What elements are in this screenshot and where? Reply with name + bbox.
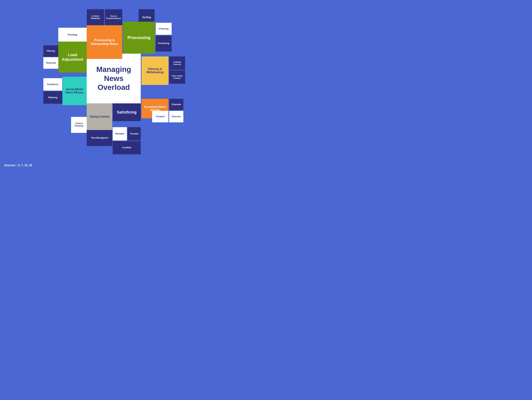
sources-bottom-tile: Sources (169, 111, 183, 122)
load-adjustment-tile: Load Adjustment (58, 42, 87, 73)
time-management-tile: Time Managment (87, 130, 112, 146)
social-media-efficacy-tile: Social Media News Eficacy (63, 77, 87, 105)
processing-tile: Processing (123, 22, 155, 54)
processing-interpreting-tile: Processing & Interpreting News (87, 25, 122, 59)
credible-tile: Credible (113, 141, 141, 154)
avoidance-tile: Avoidance (43, 78, 62, 91)
source-trustworthiness-tile: Source Trustworthiness (105, 9, 122, 25)
prioritising-tile: Prioritising (156, 36, 172, 51)
sources-note: Sources : 4, 7, 14, 15 (4, 164, 32, 167)
pruning-tile: Pruning (58, 28, 87, 42)
filtering-left-tile: Filtering (43, 45, 58, 57)
central-tile: ManagingNewsOverload (87, 54, 141, 103)
trusted-tile: Trusted (127, 127, 141, 140)
filtering-withdrawing-tile: Filtering & Withdrawing (141, 56, 168, 85)
channels-tile: Channels (169, 99, 183, 110)
only-useful-content-tile: Only Useful Content (169, 70, 185, 84)
content-bottom-tile: Content (152, 111, 168, 122)
filtering-bottom-tile: Filtering (43, 91, 62, 104)
taking-control-tile: Taking Control (87, 103, 112, 130)
satisficing-tile: Satisficing (113, 103, 141, 121)
reducing-tile: Reducing (43, 57, 58, 69)
limiting-sources-tile: Limiting Sources (169, 56, 185, 70)
content-reliability-tile: Content Reliability (87, 9, 104, 25)
ordering-tile: Ordering (156, 23, 172, 35)
reliable-tile: Reliable (113, 127, 127, 140)
critical-thinking-tile: Critical Thinking (71, 117, 87, 133)
